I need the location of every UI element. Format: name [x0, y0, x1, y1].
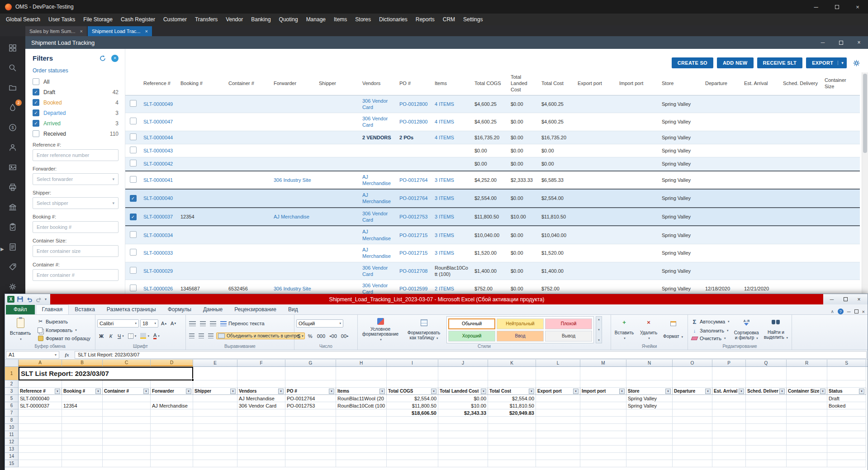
excel-cell-Q15[interactable]	[746, 460, 787, 467]
excel-cell-R5[interactable]	[787, 395, 827, 402]
excel-cell-P8[interactable]	[712, 417, 746, 424]
excel-row-header-14[interactable]: 14	[5, 453, 19, 460]
status-filter-departed[interactable]: ✓Departed3	[33, 109, 119, 116]
excel-cell-Q7[interactable]	[746, 409, 787, 417]
excel-cell-D12[interactable]	[151, 438, 193, 446]
filter-input-container[interactable]: Enter container #	[33, 269, 119, 281]
excel-cell-L6[interactable]	[536, 402, 580, 409]
filter-dropdown-icon[interactable]: ▾	[705, 389, 711, 394]
excel-cell-G10[interactable]	[285, 424, 336, 431]
excel-cell-M14[interactable]	[580, 453, 626, 460]
help-icon[interactable]: ?	[838, 309, 844, 314]
fx-icon[interactable]: fx	[61, 352, 73, 357]
excel-cell-K7[interactable]: $20,949.83	[488, 409, 536, 417]
excel-cell-A8[interactable]	[19, 417, 62, 424]
workbook-minimize-button[interactable]: ─	[847, 309, 851, 314]
tags-icon[interactable]	[5, 257, 21, 277]
excel-cell-J13[interactable]	[438, 446, 488, 453]
insert-cells-button[interactable]: + Вставить ▾	[613, 316, 636, 343]
excel-cell-M6[interactable]	[580, 402, 626, 409]
clear-filters-icon[interactable]: ×	[111, 55, 119, 62]
excel-cell-M13[interactable]	[580, 446, 626, 453]
excel-cell-L11[interactable]	[536, 431, 580, 438]
filter-dropdown-icon[interactable]: ▾	[143, 389, 149, 394]
save-icon[interactable]	[17, 296, 24, 303]
cell-link[interactable]: PO-0012708	[399, 268, 427, 274]
style-ввод[interactable]: Ввод	[497, 331, 544, 342]
excel-cell[interactable]	[827, 367, 866, 380]
excel-cell-K13[interactable]	[488, 446, 536, 453]
excel-cell-L12[interactable]	[536, 438, 580, 446]
cell-link[interactable]: SLT-0000033	[143, 250, 173, 256]
menu-item-crm[interactable]: CRM	[439, 14, 459, 25]
excel-cell-H10[interactable]	[336, 424, 387, 431]
excel-cell-D11[interactable]	[151, 431, 193, 438]
excel-cell-S2[interactable]	[827, 380, 866, 388]
excel-cell-J12[interactable]	[438, 438, 488, 446]
row-checkbox[interactable]	[130, 100, 137, 107]
excel-cell-N8[interactable]	[626, 417, 673, 424]
excel-row-header-5[interactable]: 5	[5, 395, 19, 402]
excel-cell[interactable]	[746, 367, 787, 380]
excel-cell[interactable]	[580, 367, 626, 380]
excel-header-forwarder[interactable]: Forwarder▾	[151, 388, 193, 395]
excel-cell-G15[interactable]	[285, 460, 336, 467]
excel-cell-D7[interactable]	[151, 409, 193, 417]
excel-header-store[interactable]: Store▾	[626, 388, 673, 395]
excel-cell-Q2[interactable]	[746, 380, 787, 388]
undo-icon[interactable]	[26, 296, 33, 303]
excel-cell-R12[interactable]	[787, 438, 827, 446]
excel-tab-формулы[interactable]: Формулы	[162, 305, 197, 314]
excel-cell-L15[interactable]	[536, 460, 580, 467]
style-вывод[interactable]: Вывод	[545, 331, 592, 342]
excel-tab-вставка[interactable]: Вставка	[69, 305, 101, 314]
images-icon[interactable]	[5, 157, 21, 177]
currency-format-button[interactable]: $▾	[296, 332, 305, 340]
filter-dropdown-icon[interactable]: ▾	[329, 389, 334, 394]
checkbox-arrived[interactable]: ✓	[33, 120, 39, 127]
excel-column-header-G[interactable]: G	[285, 360, 336, 366]
menu-item-vendor[interactable]: Vendor	[222, 14, 247, 25]
excel-cell-E11[interactable]	[193, 431, 237, 438]
scrollbar-thumb[interactable]	[863, 74, 867, 153]
excel-cell-Q10[interactable]	[746, 424, 787, 431]
excel-cell-P5[interactable]	[712, 395, 746, 402]
font-family-select[interactable]: Calibri▾	[97, 319, 139, 328]
excel-cell-C10[interactable]	[103, 424, 151, 431]
excel-header-departure[interactable]: Departure▾	[673, 388, 712, 395]
excel-cell-S12[interactable]	[827, 438, 866, 446]
excel-cell-F5[interactable]: AJ Merchandise	[237, 395, 285, 402]
increase-font-button[interactable]: A▴	[160, 319, 168, 328]
excel-tab-рецензирование[interactable]: Рецензирование	[228, 305, 282, 314]
excel-cell-K5[interactable]: $2,554.00	[488, 395, 536, 402]
cell-link[interactable]: 306 Vendor Card	[362, 116, 388, 128]
table-row[interactable]: SLT-0000043$0.00$0.00$0.00Spring Valley	[125, 144, 860, 157]
status-filter-received[interactable]: Received110	[33, 130, 119, 137]
excel-cell-D2[interactable]	[151, 380, 193, 388]
excel-cell-N5[interactable]: Spring Valley	[626, 395, 673, 402]
filter-dropdown-icon[interactable]: ▾	[95, 389, 101, 394]
excel-cell-J6[interactable]: $10.00	[438, 402, 488, 409]
excel-cell-C2[interactable]	[103, 380, 151, 388]
cell-link[interactable]: 4 ITEMS	[435, 101, 454, 107]
excel-row-header-7[interactable]: 7	[5, 409, 19, 417]
excel-cell-E7[interactable]	[193, 409, 237, 417]
excel-cell-P12[interactable]	[712, 438, 746, 446]
refresh-icon[interactable]	[99, 55, 106, 62]
excel-cell-M11[interactable]	[580, 431, 626, 438]
minimize-button[interactable]: ─	[806, 0, 826, 14]
receive-slt-button[interactable]: RECEIVE SLT	[757, 57, 803, 68]
excel-cell-P13[interactable]	[712, 446, 746, 453]
excel-cell-S13[interactable]	[827, 446, 866, 453]
cell-link[interactable]: PO-0012764	[399, 195, 427, 201]
excel-cell-P11[interactable]	[712, 431, 746, 438]
excel-cell-H2[interactable]	[336, 380, 387, 388]
excel-cell-B5[interactable]	[62, 395, 103, 402]
cell-link[interactable]: 306 Vendor Card	[362, 283, 388, 294]
row-checkbox[interactable]	[130, 267, 137, 274]
excel-cell-D6[interactable]: AJ Merchandise	[151, 402, 193, 409]
excel-cell-R13[interactable]	[787, 446, 827, 453]
font-size-select[interactable]: 18▾	[140, 319, 158, 328]
excel-cell-M5[interactable]	[580, 395, 626, 402]
excel-cell-I8[interactable]	[387, 417, 438, 424]
